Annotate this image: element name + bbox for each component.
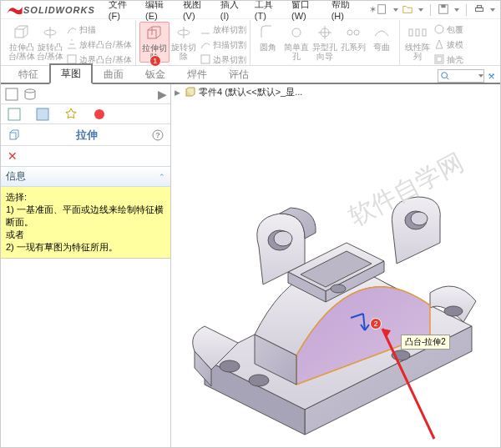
menu-edit[interactable]: 编辑(E) [145, 0, 173, 21]
simple-hole-button[interactable]: 简单直孔 [282, 22, 311, 61]
svg-rect-27 [10, 133, 16, 139]
linear-pattern-icon [407, 24, 428, 41]
tab-surfaces[interactable]: 曲面 [93, 65, 134, 83]
property-tab-icon[interactable] [36, 108, 49, 121]
extrude-boss-icon [12, 24, 32, 41]
search-icon [440, 71, 450, 81]
draft-button[interactable]: 拔模 [433, 38, 463, 52]
panel-tabs [1, 104, 170, 124]
model-3d-view[interactable]: 软件自学网 [180, 126, 497, 426]
chevron-down-icon[interactable] [418, 8, 423, 12]
loft-cut-button[interactable]: 放样切割 [200, 23, 246, 37]
hole-wizard-button[interactable]: 异型孔向导 [311, 22, 339, 61]
svg-point-40 [444, 306, 463, 316]
shell-icon [433, 53, 445, 65]
menu-view[interactable]: 视图(V) [183, 0, 210, 21]
menu-bar: SOLIDWORKS 文件(F) 编辑(E) 视图(V) 插入(I) 工具(T)… [1, 1, 500, 19]
config-tab-icon[interactable] [64, 108, 78, 121]
expand-caret-icon[interactable]: ▶ [175, 88, 180, 97]
sweep-cut-button[interactable]: 扫描切割 [200, 38, 246, 52]
info-message-box: 选择: 1) 一基准面、平面或边线来绘制特征横断面。 或者 2) 一现有草图为特… [1, 187, 170, 259]
appearance-tab-icon[interactable] [93, 108, 106, 121]
chevron-down-icon[interactable] [490, 8, 495, 12]
svg-point-11 [292, 28, 301, 37]
boundary-cut-icon [200, 53, 211, 65]
part-icon [185, 87, 196, 98]
svg-rect-20 [437, 57, 442, 62]
svg-rect-2 [441, 4, 445, 8]
qat-save-icon[interactable] [438, 3, 449, 17]
simple-hole-icon [286, 24, 306, 41]
extrude-cut-button[interactable]: 拉伸切除 1 [139, 22, 170, 63]
ribbon-group-cut: 拉伸切除 1 旋转切除 放样切割 扫描切割 边界切割 [136, 20, 250, 65]
loft-cut-icon [200, 23, 211, 35]
help-icon[interactable]: ? [152, 129, 164, 141]
menu-window[interactable]: 窗口(W) [291, 0, 321, 21]
qat-new-icon[interactable] [377, 3, 388, 17]
extrude-icon [8, 128, 21, 142]
tab-evaluate[interactable]: 评估 [218, 65, 260, 83]
svg-point-18 [435, 25, 443, 33]
breadcrumb[interactable]: ▶ 零件4 (默认<<默认>_显... [175, 86, 302, 98]
svg-point-32 [274, 231, 292, 246]
svg-text:?: ? [155, 131, 160, 139]
sweep-cut-icon [200, 38, 211, 50]
revolve-boss-button[interactable]: 旋转凸台/基体 [36, 22, 64, 61]
draft-icon [433, 38, 445, 50]
quick-access-toolbar [377, 3, 495, 17]
filter-box-icon[interactable] [4, 87, 19, 102]
svg-rect-4 [477, 5, 481, 8]
flex-icon [372, 24, 392, 41]
graphics-viewport[interactable]: ▶ 零件4 (默认<<默认>_显... [171, 84, 500, 447]
flex-button[interactable]: 弯曲 [367, 22, 396, 52]
heads-up-expand-icon[interactable]: ⤧ [488, 71, 495, 82]
loft-button[interactable]: 放样凸台/基体 [66, 38, 132, 52]
qat-print-icon[interactable] [473, 3, 485, 17]
linear-pattern-button[interactable]: 线性阵列 [403, 22, 432, 61]
collapse-caret-icon: ⌃ [159, 173, 165, 181]
tab-sheetmetal[interactable]: 钣金 [134, 65, 176, 83]
svg-rect-17 [423, 29, 426, 36]
qat-open-icon[interactable] [402, 3, 413, 17]
tab-sketch[interactable]: 草图 [49, 63, 93, 84]
wrap-button[interactable]: 包覆 [433, 23, 463, 37]
menu-insert[interactable]: 插入(I) [220, 0, 245, 21]
menu-tools[interactable]: 工具(T) [255, 0, 281, 21]
ribbon-group-extrude: 拉伸凸台/基体 旋转凸台/基体 扫描 放样凸台/基体 边界凸台/基体 [4, 20, 136, 65]
panel-right-arrow-icon[interactable]: ▶ [158, 88, 167, 101]
chevron-down-icon[interactable] [454, 8, 459, 12]
svg-rect-7 [68, 55, 76, 63]
svg-rect-3 [476, 8, 483, 11]
cancel-button[interactable]: ✕ [1, 146, 170, 166]
shell-button[interactable]: 抽壳 [433, 53, 463, 67]
svg-point-23 [25, 89, 35, 93]
svg-point-35 [331, 284, 346, 293]
command-manager-tabs: 特征 草图 曲面 钣金 焊件 评估 ⤧ [1, 66, 500, 84]
command-search-input[interactable] [438, 69, 484, 83]
chevron-down-icon[interactable] [478, 74, 483, 78]
fillet-icon [258, 24, 278, 41]
svg-rect-15 [409, 29, 412, 36]
svg-point-14 [354, 30, 359, 35]
menu-help[interactable]: 帮助(H) [331, 0, 359, 21]
hole-series-button[interactable]: 孔系列 [339, 22, 367, 52]
extrude-boss-button[interactable]: 拉伸凸台/基体 [8, 22, 36, 61]
ribbon-group-pattern: 线性阵列 包覆 拔模 抽壳 [400, 20, 467, 65]
revolve-cut-button[interactable]: 旋转切除 [170, 22, 198, 61]
tab-weldments[interactable]: 焊件 [176, 65, 218, 83]
menu-file[interactable]: 文件(F) [109, 0, 135, 21]
svg-point-37 [249, 375, 269, 386]
feature-tree-tab-icon[interactable] [8, 108, 21, 121]
filter-cylinder-icon[interactable] [23, 87, 38, 102]
info-section-header[interactable]: 信息 ⌃ [1, 166, 170, 187]
tab-features[interactable]: 特征 [8, 65, 49, 83]
chevron-down-icon[interactable] [393, 8, 398, 12]
fillet-button[interactable]: 圆角 [254, 22, 282, 52]
svg-rect-10 [201, 55, 210, 63]
sweep-button[interactable]: 扫描 [66, 23, 132, 37]
svg-rect-5 [15, 29, 23, 38]
annotation-arrow [376, 322, 443, 447]
menu-pin-icon[interactable]: ✶ [369, 4, 377, 15]
boundary-cut-button[interactable]: 边界切割 [200, 53, 246, 67]
main-menu: 文件(F) 编辑(E) 视图(V) 插入(I) 工具(T) 窗口(W) 帮助(H… [104, 0, 364, 21]
